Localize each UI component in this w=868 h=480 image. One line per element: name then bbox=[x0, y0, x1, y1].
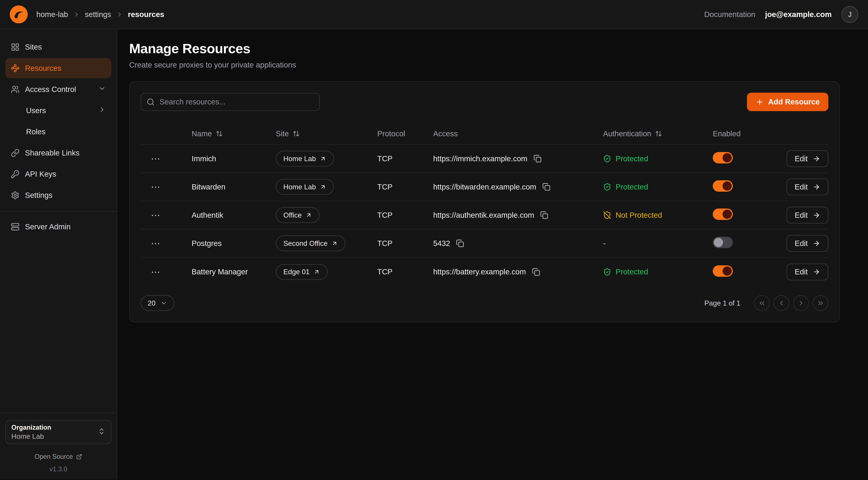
shield-check-icon bbox=[603, 183, 611, 191]
edit-button[interactable]: Edit bbox=[786, 207, 828, 223]
sidebar-item-api-keys[interactable]: API Keys bbox=[5, 164, 111, 184]
sidebar-item-users[interactable]: Users bbox=[5, 100, 111, 121]
edit-label: Edit bbox=[795, 154, 808, 163]
users-icon bbox=[11, 85, 20, 94]
sidebar-item-access-control[interactable]: Access Control bbox=[5, 79, 111, 99]
add-resource-button[interactable]: Add Resource bbox=[747, 93, 828, 111]
resources-card: Add Resource Name Site Protocol A bbox=[129, 81, 840, 322]
breadcrumb-home-lab[interactable]: home-lab bbox=[36, 10, 68, 19]
arrow-up-right-icon bbox=[313, 269, 320, 275]
sidebar-item-sites[interactable]: Sites bbox=[5, 37, 111, 57]
sidebar-item-label: Server Admin bbox=[25, 222, 70, 231]
auth-label: - bbox=[603, 239, 606, 248]
last-page-button[interactable] bbox=[813, 295, 828, 311]
app-logo-icon[interactable] bbox=[10, 5, 28, 23]
row-menu-button[interactable]: ⋯ bbox=[141, 210, 192, 220]
sidebar: Sites Resources Access Control Users Rol… bbox=[0, 29, 117, 479]
avatar[interactable]: J bbox=[841, 6, 858, 23]
open-source-link[interactable]: Open Source bbox=[5, 453, 111, 460]
chevron-right-icon bbox=[116, 11, 123, 18]
column-label: Site bbox=[276, 129, 289, 138]
arrow-up-right-icon bbox=[305, 212, 312, 218]
edit-label: Edit bbox=[795, 239, 808, 248]
edit-button[interactable]: Edit bbox=[786, 178, 828, 195]
column-header-authentication[interactable]: Authentication bbox=[603, 129, 713, 138]
external-link-icon bbox=[76, 454, 82, 460]
page-size-select[interactable]: 20 bbox=[141, 295, 175, 311]
user-email[interactable]: joe@example.com bbox=[765, 10, 832, 19]
copy-icon[interactable] bbox=[532, 268, 540, 276]
sidebar-item-shareable-links[interactable]: Shareable Links bbox=[5, 143, 111, 163]
toolbar: Add Resource bbox=[141, 93, 828, 111]
auth-status: Protected bbox=[603, 183, 713, 191]
first-page-button[interactable] bbox=[754, 295, 770, 311]
edit-button[interactable]: Edit bbox=[786, 150, 828, 167]
chevron-down-icon bbox=[98, 85, 106, 94]
search-input[interactable] bbox=[141, 93, 320, 111]
chevron-right-icon bbox=[98, 106, 106, 115]
column-label: Name bbox=[192, 129, 212, 138]
enabled-toggle[interactable] bbox=[713, 237, 733, 248]
plus-icon bbox=[756, 98, 764, 106]
resource-name: Immich bbox=[192, 154, 276, 163]
site-link[interactable]: Home Lab bbox=[276, 179, 334, 195]
chevrons-left-icon bbox=[758, 299, 766, 307]
toggle-knob bbox=[714, 238, 723, 247]
auth-status: Protected bbox=[603, 154, 713, 163]
next-page-button[interactable] bbox=[793, 295, 809, 311]
column-label: Protocol bbox=[377, 129, 405, 138]
column-header-name[interactable]: Name bbox=[192, 129, 276, 138]
site-name: Home Lab bbox=[283, 183, 316, 191]
documentation-link[interactable]: Documentation bbox=[704, 10, 755, 19]
sidebar-divider bbox=[0, 211, 117, 212]
site-link[interactable]: Home Lab bbox=[276, 151, 334, 167]
sidebar-item-server-admin[interactable]: Server Admin bbox=[5, 217, 111, 237]
row-menu-button[interactable]: ⋯ bbox=[141, 182, 192, 191]
copy-icon[interactable] bbox=[533, 155, 541, 163]
toggle-knob bbox=[722, 266, 732, 276]
sidebar-item-resources[interactable]: Resources bbox=[5, 58, 111, 78]
resource-protocol: TCP bbox=[377, 183, 433, 191]
enabled-toggle[interactable] bbox=[713, 180, 733, 192]
resource-protocol: TCP bbox=[377, 154, 433, 163]
row-menu-button[interactable]: ⋯ bbox=[141, 267, 192, 276]
breadcrumb-settings[interactable]: settings bbox=[85, 10, 111, 19]
row-menu-button[interactable]: ⋯ bbox=[141, 239, 192, 248]
resource-access: https://immich.example.com bbox=[433, 154, 527, 163]
organization-selector[interactable]: Organization Home Lab bbox=[5, 420, 111, 444]
sidebar-item-settings[interactable]: Settings bbox=[5, 185, 111, 205]
page-title: Manage Resources bbox=[129, 41, 840, 56]
sidebar-item-label: Shareable Links bbox=[25, 149, 80, 157]
edit-button[interactable]: Edit bbox=[786, 264, 828, 280]
search-box bbox=[141, 93, 320, 111]
sidebar-item-roles[interactable]: Roles bbox=[5, 122, 111, 142]
prev-page-button[interactable] bbox=[774, 295, 789, 311]
site-link[interactable]: Edge 01 bbox=[276, 264, 328, 280]
enabled-toggle[interactable] bbox=[713, 265, 733, 277]
pagination: Page 1 of 1 bbox=[705, 295, 829, 311]
avatar-initial: J bbox=[848, 10, 852, 19]
row-menu-button[interactable]: ⋯ bbox=[141, 154, 192, 163]
resources-table: Name Site Protocol Access Authentication… bbox=[141, 123, 828, 286]
auth-status: Not Protected bbox=[603, 211, 713, 219]
column-label: Authentication bbox=[603, 129, 651, 138]
column-label: Access bbox=[433, 129, 458, 138]
copy-icon[interactable] bbox=[542, 183, 551, 191]
site-link[interactable]: Second Office bbox=[276, 236, 345, 251]
topbar-right: Documentation joe@example.com J bbox=[704, 6, 858, 23]
column-header-site[interactable]: Site bbox=[276, 129, 377, 138]
server-icon bbox=[11, 222, 20, 231]
search-icon bbox=[147, 98, 155, 106]
enabled-toggle[interactable] bbox=[713, 209, 733, 220]
enabled-toggle[interactable] bbox=[713, 152, 733, 163]
copy-icon[interactable] bbox=[456, 239, 464, 247]
organization-text: Organization Home Lab bbox=[11, 424, 51, 440]
site-link[interactable]: Office bbox=[276, 207, 319, 223]
add-resource-label: Add Resource bbox=[768, 97, 820, 106]
column-header-enabled: Enabled bbox=[713, 129, 786, 138]
copy-icon[interactable] bbox=[540, 211, 548, 219]
chevron-left-icon bbox=[778, 299, 785, 307]
edit-button[interactable]: Edit bbox=[786, 235, 828, 252]
chevrons-right-icon bbox=[817, 299, 825, 307]
open-source-label: Open Source bbox=[35, 453, 73, 460]
